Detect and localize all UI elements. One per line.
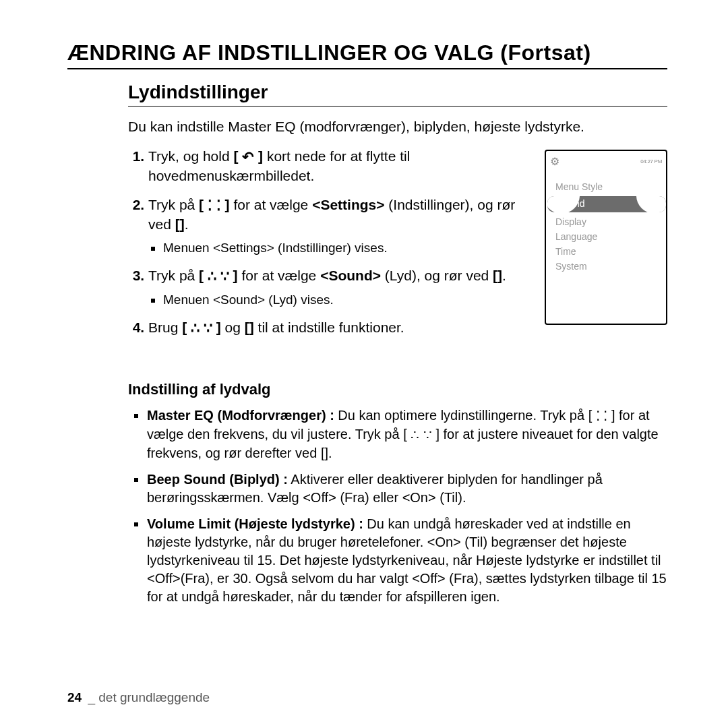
device-item-display: Display [555,216,662,227]
option-volume-limit: Volume Limit (Højeste lydstyrke) : Du ka… [147,515,667,606]
left-right-icon: ⁚ ⁚ [596,407,608,425]
device-item-menu-style: Menu Style [555,181,662,192]
steps-list: Tryk, og hold [ ↶ ] kort nede for at fly… [128,147,545,347]
page-number: 24 [67,690,82,704]
option-beep-sound: Beep Sound (Biplyd) : Aktiverer eller de… [147,471,667,507]
options-list: Master EQ (Modforvrænger) : Du kan optim… [128,406,667,606]
step-3-note: Menuen <Sound> (Lyd) vises. [163,291,531,309]
device-mockup: ⚙ 04:27 PM Menu Style nd Display Languag… [545,150,667,325]
step-4: Brug [ ∴ ∵ ] og [ ] til at indstille fun… [148,318,531,338]
up-down-icon: ∴ ∵ [411,426,432,444]
up-down-icon: ∴ ∵ [191,319,212,338]
back-icon: ↶ [242,148,254,166]
subsection-title: Indstilling af lydvalg [128,381,667,398]
device-item-time: Time [555,246,662,257]
page-footer: 24 _ det grundlæggende [67,690,210,705]
step-1: Tryk, og hold [ ↶ ] kort nede for at fly… [148,147,531,186]
step-2-note: Menuen <Settings> (Indstillinger) vises. [163,239,531,257]
footer-section: det grundlæggende [98,690,210,704]
device-item-system: System [555,261,662,272]
device-item-sound: nd [547,196,666,212]
device-menu-list: Menu Style nd Display Language Time Syst… [547,169,665,272]
page-title: ÆNDRING AF INDSTILLINGER OG VALG (Fortsa… [67,40,667,69]
up-down-icon: ∴ ∵ [208,267,229,286]
option-master-eq: Master EQ (Modforvrænger) : Du kan optim… [147,406,667,462]
step-2: Tryk på [ ⁚ ⁚ ] for at vælge <Settings> … [148,195,531,257]
device-item-language: Language [555,231,662,242]
step-3: Tryk på [ ∴ ∵ ] for at vælge <Sound> (Ly… [148,266,531,309]
left-right-icon: ⁚ ⁚ [208,196,221,215]
device-time: 04:27 PM [640,158,662,164]
intro-text: Du kan indstille Master EQ (modforvrænge… [128,119,667,135]
section-title: Lydindstillinger [128,82,667,107]
gear-icon: ⚙ [550,155,559,168]
